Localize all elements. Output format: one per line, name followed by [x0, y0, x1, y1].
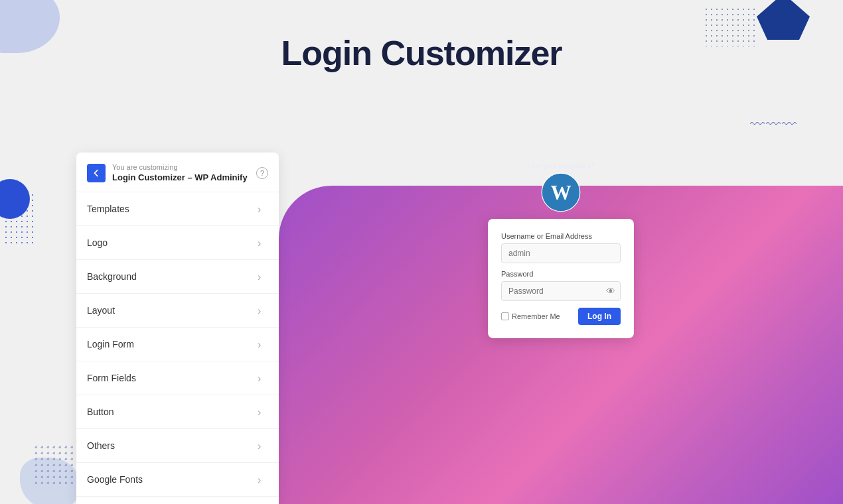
- sidebar-item-google-fonts[interactable]: Google Fonts ›: [76, 463, 279, 497]
- sidebar-item-others[interactable]: Others ›: [76, 429, 279, 463]
- log-in-button[interactable]: Log In: [578, 308, 621, 325]
- sidebar-item-label-background: Background: [87, 271, 137, 282]
- sidebar-item-label-others: Others: [87, 440, 115, 451]
- sidebar-item-form-fields[interactable]: Form Fields ›: [76, 361, 279, 395]
- username-field-label: Username or Email Address: [501, 232, 621, 240]
- sidebar-header-text: You are customizing Login Customizer – W…: [112, 163, 250, 182]
- sidebar-help-button[interactable]: ?: [256, 167, 268, 179]
- decorative-dots-left: [3, 192, 37, 245]
- remember-me-text: Remember Me: [512, 312, 560, 320]
- decorative-waves-right: 〰〰〰: [750, 116, 803, 129]
- chevron-right-icon: ›: [258, 407, 268, 417]
- sidebar-item-label-layout: Layout: [87, 305, 115, 316]
- chevron-right-icon: ›: [258, 204, 268, 214]
- login-form-card: Username or Email Address Password 👁 Rem…: [488, 219, 634, 338]
- sidebar-back-button[interactable]: [87, 164, 106, 182]
- sidebar-item-error-messages[interactable]: Error Messages ›: [76, 497, 279, 504]
- password-toggle-icon[interactable]: 👁: [606, 286, 615, 296]
- preview-area: W Username or Email Address Password 👁 R…: [279, 153, 843, 504]
- sidebar-item-label-form-fields: Form Fields: [87, 373, 136, 383]
- sidebar-panel: You are customizing Login Customizer – W…: [76, 153, 279, 504]
- chevron-right-icon: ›: [258, 237, 268, 248]
- svg-text:W: W: [550, 181, 571, 204]
- login-bottom-row: Remember Me Log In: [501, 308, 621, 325]
- password-field-wrapper: 👁: [501, 281, 621, 301]
- page-title: Login Customizer: [0, 0, 843, 73]
- sidebar-menu: Templates › Logo › Background › Layout ›…: [76, 192, 279, 504]
- chevron-right-icon: ›: [258, 373, 268, 383]
- chevron-right-icon: ›: [258, 305, 268, 316]
- sidebar-item-label-logo: Logo: [87, 237, 108, 248]
- sidebar-header: You are customizing Login Customizer – W…: [76, 153, 279, 192]
- remember-me-label: Remember Me: [501, 312, 560, 320]
- sidebar-item-logo[interactable]: Logo ›: [76, 226, 279, 260]
- lost-password-link[interactable]: Lost your password?: [279, 162, 843, 170]
- password-input[interactable]: [501, 281, 621, 301]
- chevron-left-icon: [92, 168, 101, 178]
- chevron-right-icon: ›: [258, 271, 268, 282]
- sidebar-item-background[interactable]: Background ›: [76, 260, 279, 294]
- password-field-label: Password: [501, 270, 621, 278]
- sidebar-item-label-login-form: Login Form: [87, 339, 134, 349]
- sidebar-item-label-button: Button: [87, 407, 114, 417]
- remember-me-checkbox[interactable]: [501, 312, 509, 320]
- sidebar-item-templates[interactable]: Templates ›: [76, 192, 279, 226]
- sidebar-customizing-label: You are customizing: [112, 163, 250, 171]
- sidebar-item-label-google-fonts: Google Fonts: [87, 474, 143, 485]
- wordpress-logo: W: [541, 172, 581, 212]
- sidebar-plugin-title: Login Customizer – WP Adminify: [112, 172, 250, 182]
- sidebar-item-login-form[interactable]: Login Form ›: [76, 328, 279, 361]
- chevron-right-icon: ›: [258, 474, 268, 485]
- decorative-dots-bottom-left: [33, 444, 73, 484]
- username-input[interactable]: [501, 243, 621, 263]
- sidebar-item-button[interactable]: Button ›: [76, 395, 279, 429]
- chevron-right-icon: ›: [258, 339, 268, 349]
- sidebar-item-label-templates: Templates: [87, 204, 129, 214]
- sidebar-item-layout[interactable]: Layout ›: [76, 294, 279, 328]
- main-layout: You are customizing Login Customizer – W…: [76, 153, 843, 504]
- chevron-right-icon: ›: [258, 440, 268, 451]
